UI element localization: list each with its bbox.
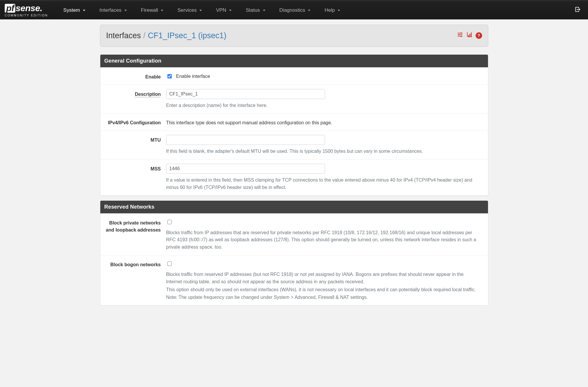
label-description: Description bbox=[104, 89, 166, 98]
panel-heading-reserved: Reserved Networks bbox=[100, 201, 488, 213]
top-navbar: pfsense. COMMUNITY EDITION System Interf… bbox=[0, 0, 588, 19]
nav-menu: System Interfaces Firewall Services VPN … bbox=[56, 1, 347, 20]
chevron-down-icon bbox=[161, 10, 163, 11]
chevron-down-icon bbox=[308, 10, 310, 11]
nav-status[interactable]: Status bbox=[239, 1, 272, 20]
ipconfig-static-text: This interface type does not support man… bbox=[166, 118, 481, 126]
svg-rect-0 bbox=[457, 33, 462, 33]
label-mtu: MTU bbox=[104, 135, 166, 144]
label-enable: Enable bbox=[104, 72, 166, 81]
nav-system[interactable]: System bbox=[56, 1, 92, 20]
breadcrumb-page-link[interactable]: CF1_IPsec_1 (ipsec1) bbox=[148, 30, 226, 42]
mtu-input[interactable] bbox=[166, 135, 325, 145]
panel-reserved-networks: Reserved Networks Block private networks… bbox=[100, 200, 488, 306]
brand-subtitle: COMMUNITY EDITION bbox=[5, 14, 48, 17]
chevron-down-icon bbox=[263, 10, 265, 11]
breadcrumb: Interfaces / CF1_IPsec_1 (ipsec1) bbox=[106, 30, 226, 42]
nav-help[interactable]: Help bbox=[317, 1, 347, 20]
sliders-icon[interactable] bbox=[457, 31, 463, 40]
block-private-checkbox[interactable] bbox=[167, 220, 172, 224]
block-bogon-checkbox[interactable] bbox=[167, 262, 172, 266]
nav-firewall[interactable]: Firewall bbox=[134, 1, 171, 20]
help-block-bogon-3: Note: The update frequency can be change… bbox=[166, 294, 481, 301]
label-ipconfig: IPv4/IPv6 Configuration bbox=[104, 118, 166, 126]
chevron-down-icon bbox=[338, 10, 340, 11]
brand-suffix: sense bbox=[16, 4, 40, 13]
svg-rect-1 bbox=[457, 34, 462, 35]
help-description: Enter a description (name) for the inter… bbox=[166, 102, 481, 109]
panel-heading-general: General Configuration bbox=[100, 55, 488, 67]
breadcrumb-sep: / bbox=[143, 30, 146, 42]
help-mss: If a value is entered in this field, the… bbox=[166, 177, 481, 191]
brand-logo[interactable]: pfsense. COMMUNITY EDITION bbox=[5, 4, 48, 17]
enable-checkbox-label: Enable interface bbox=[176, 73, 210, 80]
svg-rect-5 bbox=[461, 36, 461, 37]
bar-chart-icon[interactable] bbox=[466, 31, 473, 40]
nav-services[interactable]: Services bbox=[170, 1, 209, 20]
mss-input[interactable] bbox=[166, 164, 325, 174]
label-block-private: Block private networks and loopback addr… bbox=[104, 218, 166, 234]
brand-prefix: pf bbox=[5, 4, 15, 13]
logout-icon[interactable] bbox=[572, 6, 583, 15]
help-icon[interactable]: ? bbox=[476, 32, 482, 39]
chevron-down-icon bbox=[83, 10, 85, 11]
panel-general-configuration: General Configuration Enable Enable inte… bbox=[100, 54, 488, 196]
help-block-private: Blocks traffic from IP addresses that ar… bbox=[166, 229, 481, 251]
description-input[interactable] bbox=[166, 89, 325, 99]
label-mss: MSS bbox=[104, 164, 166, 172]
svg-rect-2 bbox=[457, 36, 462, 36]
page-header: Interfaces / CF1_IPsec_1 (ipsec1) ? bbox=[100, 25, 488, 47]
svg-rect-4 bbox=[459, 34, 459, 36]
svg-rect-3 bbox=[461, 32, 461, 34]
enable-checkbox[interactable] bbox=[167, 74, 172, 78]
help-block-bogon-1: Blocks traffic from reserved IP addresse… bbox=[166, 271, 481, 286]
nav-interfaces[interactable]: Interfaces bbox=[92, 1, 134, 20]
breadcrumb-section: Interfaces bbox=[106, 30, 141, 42]
chevron-down-icon bbox=[124, 10, 127, 11]
chevron-down-icon bbox=[229, 10, 231, 11]
chevron-down-icon bbox=[199, 10, 202, 11]
nav-vpn[interactable]: VPN bbox=[209, 1, 239, 20]
help-block-bogon-2: This option should only be used on exter… bbox=[166, 286, 481, 294]
enable-interface-option[interactable]: Enable interface bbox=[166, 72, 481, 80]
nav-diagnostics[interactable]: Diagnostics bbox=[272, 1, 318, 20]
label-block-bogon: Block bogon networks bbox=[104, 259, 166, 268]
help-mtu: If this field is blank, the adapter's de… bbox=[166, 148, 481, 155]
